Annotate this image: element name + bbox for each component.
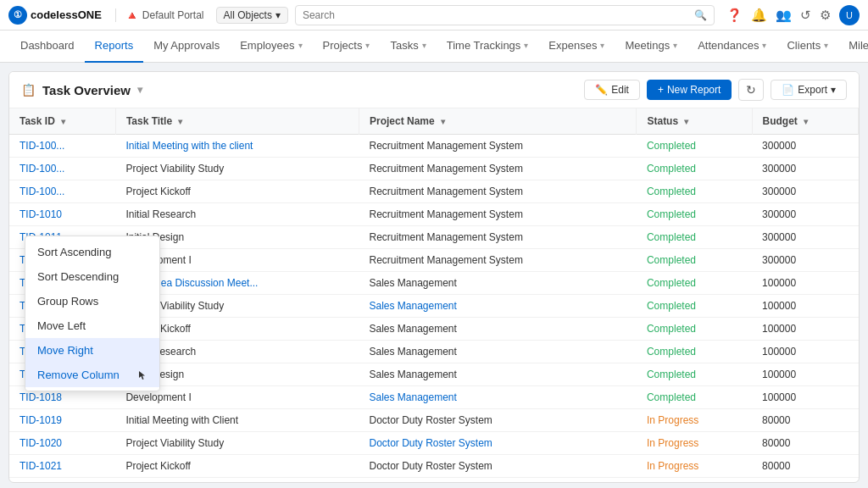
chevron-down-icon: ▾	[422, 41, 426, 50]
cell-project-name: Sales Management	[359, 363, 636, 386]
nav-dashboard[interactable]: Dashboard	[10, 30, 85, 63]
cell-task-id: TID-1020	[9, 432, 115, 455]
export-label: Export	[798, 84, 827, 96]
cell-project-name[interactable]: Doctor Duty Roster System	[359, 432, 636, 455]
cell-status: Completed	[637, 203, 752, 226]
cell-budget: 300000	[752, 158, 858, 180]
nav-attendances-label: Attendances	[698, 39, 759, 52]
all-objects-dropdown[interactable]: All Objects ▾	[216, 7, 288, 24]
table-row: TID-100... Project Viability Study Recru…	[9, 158, 859, 180]
nav-employees-label: Employees	[240, 39, 294, 52]
export-button[interactable]: 📄 Export ▾	[771, 80, 847, 100]
nav-milestones-label: Milestones	[849, 39, 868, 52]
cell-project-name: Recruitment Management System	[359, 158, 636, 180]
report-title-chevron: ▾	[137, 84, 142, 96]
chevron-down-icon: ▾	[831, 84, 836, 96]
portal-icon: 🔺	[125, 8, 139, 22]
cell-status: Completed	[637, 386, 752, 409]
search-icon: 🔍	[694, 9, 707, 21]
cell-budget: 80000	[752, 455, 858, 478]
cell-project-name[interactable]: Sales Management	[359, 295, 636, 318]
cell-status: In Progress	[637, 455, 752, 478]
cell-project-name: Recruitment Management System	[359, 180, 636, 203]
cell-status: Completed	[637, 318, 752, 341]
cell-task-title[interactable]: Initial Meeting with the client	[115, 135, 359, 158]
cell-budget: 80000	[752, 409, 858, 432]
table-row: TID-1020 Project Viability Study Doctor …	[9, 432, 859, 455]
col-task-id[interactable]: Task ID ▾	[9, 108, 115, 135]
nav-projects-label: Projects	[323, 39, 363, 52]
sort-descending-option[interactable]: Sort Descending	[25, 264, 159, 289]
new-report-button[interactable]: + New Report	[647, 80, 732, 100]
cell-budget: 300000	[752, 226, 858, 249]
nav-time-trackings-label: Time Trackings	[447, 39, 521, 52]
nav-dashboard-label: Dashboard	[20, 39, 75, 52]
cell-project-name: Sales Management	[359, 341, 636, 363]
sort-icon: ▾	[61, 117, 65, 126]
group-rows-option[interactable]: Group Rows	[25, 289, 159, 313]
nav-attendances[interactable]: Attendances ▾	[687, 30, 776, 63]
nav-my-approvals[interactable]: My Approvals	[143, 30, 230, 63]
nav-time-trackings[interactable]: Time Trackings ▾	[437, 30, 539, 63]
search-input[interactable]	[303, 9, 694, 21]
chevron-down-icon: ▾	[298, 41, 303, 50]
cell-task-id: TID-1019	[9, 409, 115, 432]
users-icon[interactable]: 👥	[776, 8, 792, 23]
cell-budget: 80000	[752, 478, 858, 482]
cell-status: Completed	[637, 180, 752, 203]
move-left-option[interactable]: Move Left	[25, 313, 159, 338]
remove-column-label: Remove Column	[37, 369, 120, 381]
col-status[interactable]: Status ▾	[637, 108, 752, 135]
history-icon[interactable]: ↺	[800, 8, 811, 23]
nav-meetings[interactable]: Meetings ▾	[615, 30, 687, 63]
cell-status: Completed	[637, 295, 752, 318]
sort-ascending-option[interactable]: Sort Ascending	[25, 240, 159, 264]
cell-task-id: TID-1021	[9, 455, 115, 478]
cell-project-name[interactable]: Sales Management	[359, 386, 636, 409]
cell-budget: 300000	[752, 180, 858, 203]
cell-task-title: Initial Research	[115, 478, 359, 482]
remove-column-option[interactable]: Remove Column	[25, 363, 159, 387]
refresh-button[interactable]: ↻	[738, 79, 764, 101]
all-objects-label: All Objects	[224, 9, 272, 21]
edit-button[interactable]: ✏️ Edit	[584, 80, 640, 100]
cell-project-name: Sales Management	[359, 318, 636, 341]
cell-status: Completed	[637, 363, 752, 386]
avatar[interactable]: U	[839, 5, 860, 25]
col-project-name[interactable]: Project Name ▾	[359, 108, 636, 135]
nav-projects[interactable]: Projects ▾	[313, 30, 381, 63]
cell-status: Completed	[637, 158, 752, 180]
cell-project-name: Recruitment Management System	[359, 249, 636, 272]
cell-budget: 100000	[752, 386, 858, 409]
search-bar[interactable]: 🔍	[295, 5, 715, 25]
report-actions: ✏️ Edit + New Report ↻ 📄 Export ▾	[584, 79, 847, 101]
nav-clients-label: Clients	[787, 39, 821, 52]
cell-status: Completed	[637, 341, 752, 363]
cell-status: Completed	[637, 272, 752, 295]
report-title-text: Task Overview	[42, 83, 131, 97]
nav-reports[interactable]: Reports	[85, 30, 144, 63]
nav-employees[interactable]: Employees ▾	[230, 30, 312, 63]
cell-project-name: Recruitment Management System	[359, 226, 636, 249]
cell-status: In Progress	[637, 409, 752, 432]
nav-tasks[interactable]: Tasks ▾	[380, 30, 436, 63]
nav-expenses[interactable]: Expenses ▾	[538, 30, 615, 63]
nav-milestones[interactable]: Milestones ▾	[838, 30, 868, 63]
cell-status: In Progress	[637, 478, 752, 482]
col-budget[interactable]: Budget ▾	[752, 108, 858, 135]
logo-icon: ①	[8, 6, 27, 25]
cell-budget: 300000	[752, 135, 858, 158]
settings-icon[interactable]: ⚙	[820, 8, 831, 23]
help-icon[interactable]: ❓	[726, 8, 743, 23]
sort-icon: ▾	[684, 117, 688, 126]
export-icon: 📄	[782, 84, 794, 96]
cell-task-id: TID-100...	[9, 180, 115, 203]
col-task-title[interactable]: Task Title ▾	[115, 108, 359, 135]
portal-section[interactable]: 🔺 Default Portal	[115, 8, 204, 22]
table-row: TID-1019 Initial Meeting with Client Doc…	[9, 409, 859, 432]
cell-task-title: Initial Meeting with Client	[115, 409, 359, 432]
table-wrapper: Task ID ▾ Task Title ▾ Project Name ▾ St…	[9, 108, 859, 481]
notification-icon[interactable]: 🔔	[751, 8, 767, 23]
nav-clients[interactable]: Clients ▾	[776, 30, 838, 63]
move-right-option[interactable]: Move Right	[25, 338, 159, 363]
